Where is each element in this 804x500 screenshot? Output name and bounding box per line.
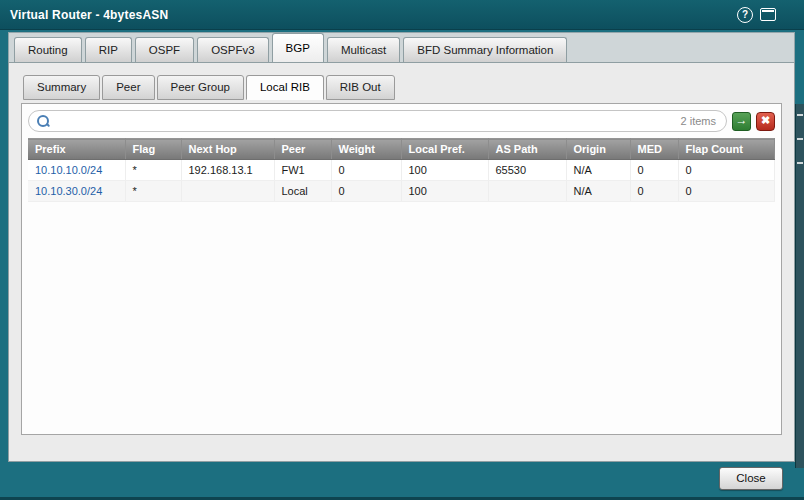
subtab-peer-group[interactable]: Peer Group	[157, 75, 244, 100]
cell-next-hop	[181, 181, 274, 202]
cell-med: 0	[630, 181, 678, 202]
sub-tabs: SummaryPeerPeer GroupLocal RIBRIB Out	[23, 75, 397, 100]
subtab-local-rib[interactable]: Local RIB	[246, 75, 324, 100]
column-header-prefix[interactable]: Prefix	[28, 139, 125, 160]
table-body: 10.10.10.0/24*192.168.13.1FW1010065530N/…	[28, 160, 775, 202]
table-row: 10.10.30.0/24*Local0100N/A00	[28, 181, 775, 202]
cell-flap-count: 0	[678, 160, 775, 181]
cell-flap-count: 0	[678, 181, 775, 202]
tab-ospf[interactable]: OSPF	[135, 37, 194, 62]
cell-local-pref: 100	[401, 181, 488, 202]
cell-weight: 0	[331, 181, 401, 202]
column-header-flap-count[interactable]: Flap Count	[678, 139, 775, 160]
cell-med: 0	[630, 160, 678, 181]
local-rib-table: PrefixFlagNext HopPeerWeightLocal Pref.A…	[28, 138, 775, 202]
bgp-panel: SummaryPeerPeer GroupLocal RIBRIB Out 2 …	[8, 62, 795, 462]
help-icon[interactable]: ?	[737, 7, 753, 23]
dialog-title: Virtual Router - 4bytesASN	[10, 8, 168, 22]
column-header-med[interactable]: MED	[630, 139, 678, 160]
search-icon	[37, 115, 49, 127]
virtual-router-dialog: RoutingRIPOSPFOSPFv3BGPMulticastBFD Summ…	[8, 32, 795, 462]
cell-next-hop: 192.168.13.1	[181, 160, 274, 181]
subtab-peer[interactable]: Peer	[102, 75, 154, 100]
tab-bfd-summary-information[interactable]: BFD Summary Information	[403, 37, 567, 62]
column-header-as-path[interactable]: AS Path	[488, 139, 566, 160]
column-header-origin[interactable]: Origin	[566, 139, 630, 160]
tab-routing[interactable]: Routing	[14, 37, 82, 62]
cell-prefix[interactable]: 10.10.10.0/24	[28, 160, 125, 181]
table-row: 10.10.10.0/24*192.168.13.1FW1010065530N/…	[28, 160, 775, 181]
tab-ospfv3[interactable]: OSPFv3	[197, 37, 268, 62]
titlebar-icons: ?	[737, 7, 794, 23]
column-header-flag[interactable]: Flag	[125, 139, 181, 160]
cell-local-pref: 100	[401, 160, 488, 181]
cell-as-path: 65530	[488, 160, 566, 181]
cell-flag: *	[125, 181, 181, 202]
apply-filter-button[interactable]: →	[732, 112, 751, 131]
local-rib-panel: 2 items → ✖ PrefixFlagNext HopPeerWeight…	[21, 103, 782, 435]
cell-flag: *	[125, 160, 181, 181]
table-toolbar: 2 items → ✖	[28, 110, 775, 132]
column-header-weight[interactable]: Weight	[331, 139, 401, 160]
cell-weight: 0	[331, 160, 401, 181]
tab-bgp[interactable]: BGP	[272, 33, 324, 62]
column-header-local-pref[interactable]: Local Pref.	[401, 139, 488, 160]
subtab-summary[interactable]: Summary	[23, 75, 100, 100]
close-button[interactable]: Close	[719, 467, 783, 490]
main-tabs: RoutingRIPOSPFOSPFv3BGPMulticastBFD Summ…	[8, 32, 795, 62]
column-header-next-hop[interactable]: Next Hop	[181, 139, 274, 160]
dialog-titlebar: Virtual Router - 4bytesASN ?	[0, 0, 804, 30]
cell-prefix[interactable]: 10.10.30.0/24	[28, 181, 125, 202]
background-scrollbar[interactable]	[795, 104, 804, 468]
column-header-peer[interactable]: Peer	[274, 139, 331, 160]
cell-origin: N/A	[566, 160, 630, 181]
cell-peer: FW1	[274, 160, 331, 181]
window-icon[interactable]	[760, 8, 776, 21]
clear-filter-button[interactable]: ✖	[756, 112, 775, 131]
subtab-rib-out[interactable]: RIB Out	[326, 75, 395, 100]
cell-peer: Local	[274, 181, 331, 202]
tab-rip[interactable]: RIP	[85, 37, 132, 62]
cell-as-path	[488, 181, 566, 202]
table-header-row: PrefixFlagNext HopPeerWeightLocal Pref.A…	[28, 139, 775, 160]
tab-multicast[interactable]: Multicast	[327, 37, 400, 62]
items-count: 2 items	[681, 115, 716, 127]
cell-origin: N/A	[566, 181, 630, 202]
search-bar: 2 items	[28, 110, 727, 132]
search-input[interactable]	[55, 114, 675, 128]
